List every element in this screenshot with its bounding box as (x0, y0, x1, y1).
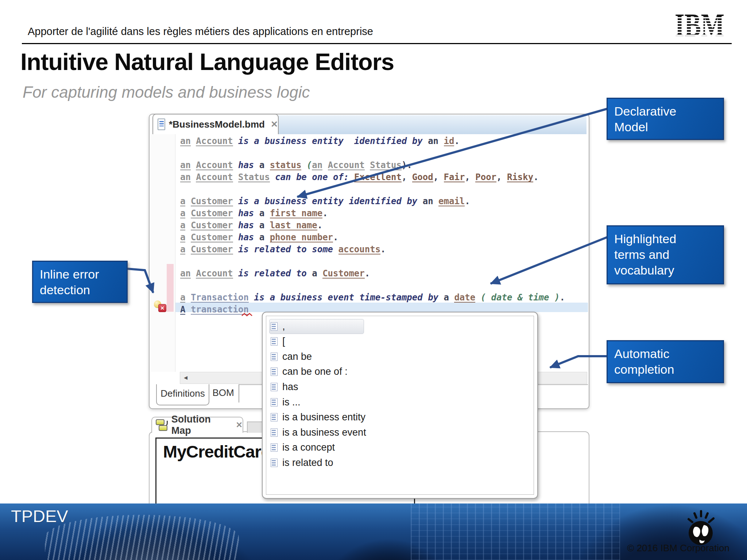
proposal-icon (271, 353, 278, 361)
code-line: an Account is related to a Customer. (180, 268, 370, 279)
autocomplete-item-label: is a concept (282, 442, 335, 453)
proposal-icon (271, 398, 278, 407)
editor-tab-strip (278, 115, 587, 135)
error-x-icon: ✕ (158, 304, 166, 312)
proposal-icon (271, 322, 278, 331)
autocomplete-item[interactable]: is a concept (271, 440, 335, 455)
code-line: A transaction (180, 304, 249, 315)
code-line: a Customer is related to some accounts. (180, 244, 386, 255)
callout-highlighted-terms: Highlighted terms and vocabulary (607, 225, 724, 284)
autocomplete-item[interactable]: is a business entity (271, 410, 365, 425)
callout-automatic-completion: Automatic completion (607, 340, 724, 383)
autocomplete-item-label: can be (282, 351, 312, 362)
slide-header-text: Apporter de l'agilité dans les règles mé… (28, 26, 373, 38)
callout-inline-error-detection: Inline error detection (32, 261, 128, 303)
autocomplete-list[interactable]: ,[can becan be one of :hasis ...is a bus… (266, 316, 534, 495)
code-line: a Customer is a business entity identifi… (180, 196, 470, 207)
code-line: a Transaction is a business event time-s… (180, 292, 565, 303)
autocomplete-item[interactable]: [ (271, 334, 285, 349)
proposal-icon (271, 368, 278, 376)
code-line: an Account Status can be one of: Excelle… (180, 172, 539, 183)
tab-solution-map[interactable]: Solution Map ✕ (151, 417, 243, 433)
autocomplete-item[interactable]: can be one of : (271, 365, 348, 379)
page-subtitle: For capturing models and business logic (23, 83, 310, 101)
solution-map-icon (156, 419, 168, 431)
autocomplete-item-label: is related to (282, 457, 333, 468)
proposal-icon (271, 413, 278, 421)
autocomplete-item-label: can be one of : (282, 366, 348, 377)
autocomplete-item-label: [ (282, 336, 285, 347)
proposal-icon (271, 383, 278, 391)
proposal-icon (271, 443, 278, 452)
gutter-change-bar (167, 264, 174, 312)
globe-texture (45, 515, 239, 560)
autocomplete-item[interactable]: , (271, 319, 285, 334)
error-marker-icon[interactable]: ✕ (154, 300, 167, 312)
autocomplete-item[interactable]: is ... (271, 395, 301, 409)
footer-project-label: TPDEV (11, 506, 68, 526)
slide: Apporter de l'agilité dans les règles mé… (0, 0, 747, 560)
autocomplete-popup: ,[can becan be one of :hasis ...is a bus… (262, 312, 538, 499)
bmd-file-icon (158, 118, 165, 130)
page-title: Intuitive Natural Language Editors (20, 48, 394, 75)
code-line: an Account has a status (an Account Stat… (180, 160, 412, 171)
code-line: a Customer has a last name. (180, 220, 322, 231)
proposal-icon (271, 428, 278, 437)
editor-tab-filename: *BusinessModel.bmd (169, 119, 265, 130)
autocomplete-item-label: has (282, 381, 298, 393)
error-squiggle (241, 311, 252, 318)
proposal-icon (271, 337, 278, 346)
autocomplete-item[interactable]: can be (271, 349, 312, 364)
code-line: an Account is a business entity identifi… (180, 136, 460, 147)
autocomplete-item-label: is ... (282, 397, 301, 408)
close-icon[interactable]: ✕ (236, 420, 243, 430)
header-divider (22, 43, 732, 44)
code-line: a Customer has a first name. (180, 208, 328, 219)
circuit-texture (411, 503, 620, 560)
solution-map-tab-label: Solution Map (171, 414, 231, 436)
close-icon[interactable]: ✕ (271, 119, 278, 129)
autocomplete-item[interactable]: is related to (271, 455, 333, 470)
smarter-planet-globe-icon (681, 508, 719, 548)
scroll-left-icon[interactable]: ◂ (184, 373, 187, 382)
autocomplete-item[interactable]: has (271, 380, 298, 394)
tab-definitions[interactable]: Definitions (156, 384, 209, 405)
autocomplete-item-label: is a business event (282, 427, 366, 438)
editor-gutter: ✕ (150, 134, 175, 372)
callout-declarative-model: Declarative Model (607, 98, 724, 140)
proposal-icon (271, 459, 278, 467)
autocomplete-item[interactable]: is a business event (271, 425, 366, 440)
autocomplete-item-label: , (282, 321, 285, 332)
ibm-logo-icon: IBM (674, 13, 726, 39)
tab-bom[interactable]: BOM (208, 384, 239, 402)
footer-copyright: © 2016 IBM Corporation (591, 542, 729, 554)
solution-map-canvas-title: MyCreditCard (163, 442, 271, 462)
code-line: a Customer has a phone number. (180, 232, 338, 243)
autocomplete-item-label: is a business entity (282, 412, 365, 423)
editor-file-tab[interactable]: *BusinessModel.bmd ✕ (152, 114, 279, 134)
